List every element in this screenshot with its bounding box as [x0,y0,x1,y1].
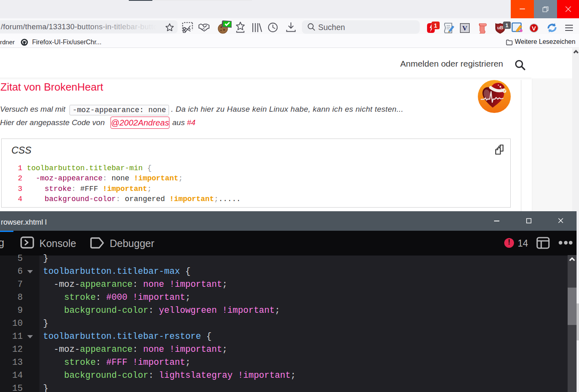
svg-text:1: 1 [434,22,437,29]
svg-text:1: 1 [505,22,509,28]
svg-text:V: V [462,24,468,32]
svg-text:uB: uB [497,25,503,30]
svg-text:V: V [532,25,536,32]
